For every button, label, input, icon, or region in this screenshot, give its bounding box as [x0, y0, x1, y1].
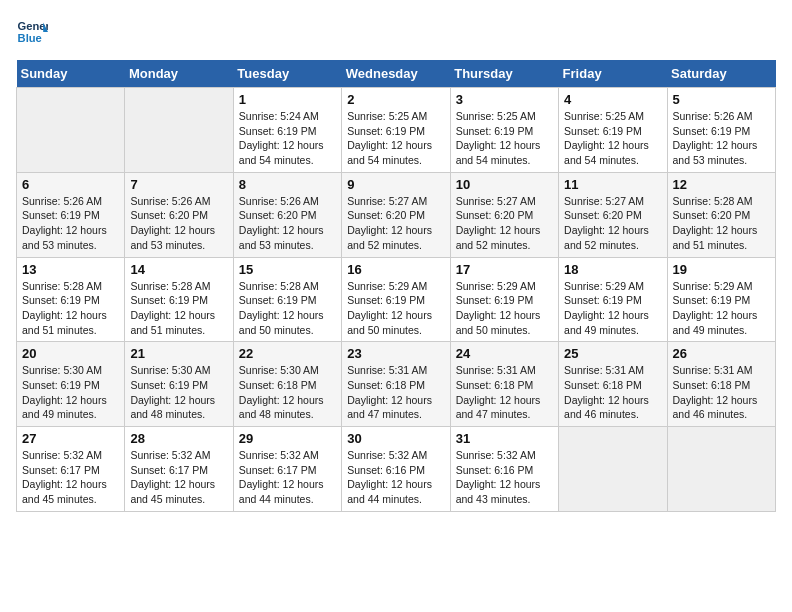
calendar-cell: 13Sunrise: 5:28 AMSunset: 6:19 PMDayligh… [17, 257, 125, 342]
day-info: Sunrise: 5:28 AMSunset: 6:20 PMDaylight:… [673, 194, 770, 253]
logo: General Blue [16, 16, 48, 48]
day-info: Sunrise: 5:30 AMSunset: 6:19 PMDaylight:… [130, 363, 227, 422]
page-header: General Blue [16, 16, 776, 48]
day-info: Sunrise: 5:25 AMSunset: 6:19 PMDaylight:… [456, 109, 553, 168]
day-number: 6 [22, 177, 119, 192]
day-number: 16 [347, 262, 444, 277]
day-info: Sunrise: 5:26 AMSunset: 6:19 PMDaylight:… [673, 109, 770, 168]
calendar-cell: 7Sunrise: 5:26 AMSunset: 6:20 PMDaylight… [125, 172, 233, 257]
day-number: 7 [130, 177, 227, 192]
weekday-header-thursday: Thursday [450, 60, 558, 88]
day-info: Sunrise: 5:32 AMSunset: 6:16 PMDaylight:… [347, 448, 444, 507]
weekday-header-sunday: Sunday [17, 60, 125, 88]
day-number: 26 [673, 346, 770, 361]
day-info: Sunrise: 5:24 AMSunset: 6:19 PMDaylight:… [239, 109, 336, 168]
calendar-cell: 14Sunrise: 5:28 AMSunset: 6:19 PMDayligh… [125, 257, 233, 342]
day-number: 15 [239, 262, 336, 277]
day-info: Sunrise: 5:31 AMSunset: 6:18 PMDaylight:… [564, 363, 661, 422]
day-number: 3 [456, 92, 553, 107]
weekday-header-tuesday: Tuesday [233, 60, 341, 88]
calendar-cell: 1Sunrise: 5:24 AMSunset: 6:19 PMDaylight… [233, 88, 341, 173]
calendar-cell: 23Sunrise: 5:31 AMSunset: 6:18 PMDayligh… [342, 342, 450, 427]
day-number: 21 [130, 346, 227, 361]
calendar-cell: 6Sunrise: 5:26 AMSunset: 6:19 PMDaylight… [17, 172, 125, 257]
calendar-cell: 12Sunrise: 5:28 AMSunset: 6:20 PMDayligh… [667, 172, 775, 257]
day-number: 25 [564, 346, 661, 361]
calendar-cell [17, 88, 125, 173]
day-info: Sunrise: 5:29 AMSunset: 6:19 PMDaylight:… [673, 279, 770, 338]
day-number: 19 [673, 262, 770, 277]
logo-icon: General Blue [16, 16, 48, 48]
day-info: Sunrise: 5:27 AMSunset: 6:20 PMDaylight:… [347, 194, 444, 253]
day-number: 5 [673, 92, 770, 107]
day-number: 31 [456, 431, 553, 446]
day-info: Sunrise: 5:27 AMSunset: 6:20 PMDaylight:… [456, 194, 553, 253]
calendar-cell: 30Sunrise: 5:32 AMSunset: 6:16 PMDayligh… [342, 427, 450, 512]
day-number: 28 [130, 431, 227, 446]
day-info: Sunrise: 5:32 AMSunset: 6:16 PMDaylight:… [456, 448, 553, 507]
day-info: Sunrise: 5:25 AMSunset: 6:19 PMDaylight:… [564, 109, 661, 168]
calendar-cell [125, 88, 233, 173]
day-info: Sunrise: 5:28 AMSunset: 6:19 PMDaylight:… [239, 279, 336, 338]
day-number: 4 [564, 92, 661, 107]
calendar-cell: 29Sunrise: 5:32 AMSunset: 6:17 PMDayligh… [233, 427, 341, 512]
day-info: Sunrise: 5:29 AMSunset: 6:19 PMDaylight:… [564, 279, 661, 338]
day-info: Sunrise: 5:29 AMSunset: 6:19 PMDaylight:… [347, 279, 444, 338]
day-info: Sunrise: 5:30 AMSunset: 6:19 PMDaylight:… [22, 363, 119, 422]
day-info: Sunrise: 5:25 AMSunset: 6:19 PMDaylight:… [347, 109, 444, 168]
calendar-cell: 20Sunrise: 5:30 AMSunset: 6:19 PMDayligh… [17, 342, 125, 427]
calendar-cell: 27Sunrise: 5:32 AMSunset: 6:17 PMDayligh… [17, 427, 125, 512]
day-info: Sunrise: 5:26 AMSunset: 6:19 PMDaylight:… [22, 194, 119, 253]
calendar-cell: 31Sunrise: 5:32 AMSunset: 6:16 PMDayligh… [450, 427, 558, 512]
calendar-cell: 15Sunrise: 5:28 AMSunset: 6:19 PMDayligh… [233, 257, 341, 342]
weekday-header-saturday: Saturday [667, 60, 775, 88]
calendar-cell: 22Sunrise: 5:30 AMSunset: 6:18 PMDayligh… [233, 342, 341, 427]
day-info: Sunrise: 5:26 AMSunset: 6:20 PMDaylight:… [239, 194, 336, 253]
calendar-cell: 16Sunrise: 5:29 AMSunset: 6:19 PMDayligh… [342, 257, 450, 342]
calendar-cell: 5Sunrise: 5:26 AMSunset: 6:19 PMDaylight… [667, 88, 775, 173]
day-number: 10 [456, 177, 553, 192]
calendar-cell: 21Sunrise: 5:30 AMSunset: 6:19 PMDayligh… [125, 342, 233, 427]
calendar-cell [559, 427, 667, 512]
day-number: 17 [456, 262, 553, 277]
calendar-cell: 28Sunrise: 5:32 AMSunset: 6:17 PMDayligh… [125, 427, 233, 512]
day-number: 18 [564, 262, 661, 277]
weekday-header-friday: Friday [559, 60, 667, 88]
calendar-cell: 17Sunrise: 5:29 AMSunset: 6:19 PMDayligh… [450, 257, 558, 342]
day-number: 9 [347, 177, 444, 192]
day-number: 20 [22, 346, 119, 361]
day-info: Sunrise: 5:31 AMSunset: 6:18 PMDaylight:… [673, 363, 770, 422]
day-info: Sunrise: 5:26 AMSunset: 6:20 PMDaylight:… [130, 194, 227, 253]
day-info: Sunrise: 5:29 AMSunset: 6:19 PMDaylight:… [456, 279, 553, 338]
calendar-cell: 18Sunrise: 5:29 AMSunset: 6:19 PMDayligh… [559, 257, 667, 342]
calendar-table: SundayMondayTuesdayWednesdayThursdayFrid… [16, 60, 776, 512]
calendar-cell: 26Sunrise: 5:31 AMSunset: 6:18 PMDayligh… [667, 342, 775, 427]
calendar-cell: 25Sunrise: 5:31 AMSunset: 6:18 PMDayligh… [559, 342, 667, 427]
day-number: 27 [22, 431, 119, 446]
calendar-cell: 4Sunrise: 5:25 AMSunset: 6:19 PMDaylight… [559, 88, 667, 173]
calendar-cell: 2Sunrise: 5:25 AMSunset: 6:19 PMDaylight… [342, 88, 450, 173]
day-info: Sunrise: 5:32 AMSunset: 6:17 PMDaylight:… [22, 448, 119, 507]
day-number: 2 [347, 92, 444, 107]
day-number: 12 [673, 177, 770, 192]
day-info: Sunrise: 5:27 AMSunset: 6:20 PMDaylight:… [564, 194, 661, 253]
calendar-cell: 24Sunrise: 5:31 AMSunset: 6:18 PMDayligh… [450, 342, 558, 427]
day-number: 8 [239, 177, 336, 192]
weekday-header-monday: Monday [125, 60, 233, 88]
day-number: 1 [239, 92, 336, 107]
calendar-cell: 9Sunrise: 5:27 AMSunset: 6:20 PMDaylight… [342, 172, 450, 257]
day-info: Sunrise: 5:31 AMSunset: 6:18 PMDaylight:… [347, 363, 444, 422]
day-info: Sunrise: 5:32 AMSunset: 6:17 PMDaylight:… [239, 448, 336, 507]
day-info: Sunrise: 5:28 AMSunset: 6:19 PMDaylight:… [22, 279, 119, 338]
calendar-cell [667, 427, 775, 512]
day-info: Sunrise: 5:32 AMSunset: 6:17 PMDaylight:… [130, 448, 227, 507]
calendar-cell: 19Sunrise: 5:29 AMSunset: 6:19 PMDayligh… [667, 257, 775, 342]
calendar-cell: 8Sunrise: 5:26 AMSunset: 6:20 PMDaylight… [233, 172, 341, 257]
day-number: 22 [239, 346, 336, 361]
calendar-cell: 3Sunrise: 5:25 AMSunset: 6:19 PMDaylight… [450, 88, 558, 173]
day-number: 11 [564, 177, 661, 192]
svg-text:Blue: Blue [18, 32, 42, 44]
calendar-cell: 10Sunrise: 5:27 AMSunset: 6:20 PMDayligh… [450, 172, 558, 257]
day-number: 23 [347, 346, 444, 361]
day-number: 30 [347, 431, 444, 446]
